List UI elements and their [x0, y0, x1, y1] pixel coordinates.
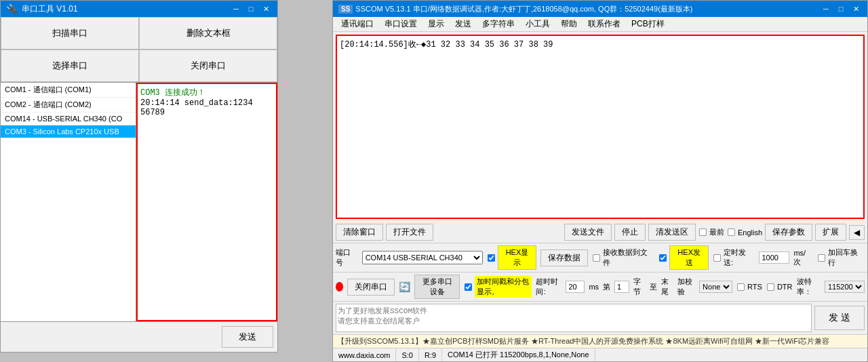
hex-send-button[interactable]: HEX发送	[669, 245, 709, 270]
com-list-item-selected[interactable]: COM3 - Silicon Labs CP210x USB	[1, 125, 136, 138]
right-close-button[interactable]: ✕	[850, 3, 862, 14]
send-area-row: 发 送	[333, 302, 867, 334]
left-window-title: 串口工具 V1.01	[22, 3, 78, 15]
baud-label: 波特率：	[797, 277, 821, 297]
timeout-label: 超时时间:	[536, 277, 561, 297]
left-send-button[interactable]: 发送	[222, 326, 273, 348]
more-ports-button[interactable]: 更多串口设备	[414, 275, 460, 299]
close-port-button[interactable]: 关闭串口	[139, 49, 277, 82]
dtr-checkbox[interactable]	[767, 283, 774, 290]
hex-send-checkbox[interactable]	[659, 254, 667, 261]
baud-select[interactable]: 115200	[825, 281, 865, 293]
status-port-info: COM14 已打开 115200bps,8,1,None,None	[442, 348, 595, 361]
open-file-button[interactable]: 打开文件	[386, 224, 433, 241]
save-params-button[interactable]: 保存参数	[765, 224, 812, 241]
toolbar-row-3: 关闭串口 🔄 更多串口设备 加时间戳和分包显示, 超时时间: 20 ms 第 1…	[333, 273, 867, 302]
left-close-button[interactable]: ✕	[260, 3, 272, 14]
menu-pcb[interactable]: PCB打样	[626, 17, 670, 31]
byte-num-input[interactable]: 1	[614, 281, 629, 293]
send-textarea[interactable]	[336, 304, 812, 332]
start-label: 至	[650, 282, 657, 292]
last-checkbox[interactable]	[699, 228, 707, 236]
menu-tools[interactable]: 小工具	[520, 17, 555, 31]
menu-comm-port[interactable]: 通讯端口	[336, 17, 379, 31]
timed-value-input[interactable]: 1000	[759, 252, 789, 264]
ad-bar: 【升级到SSCOM5.13.1】★嘉立创PCB打样SMD贴片服务 ★RT-Thr…	[333, 334, 867, 348]
clear-text-button[interactable]: 删除文本框	[139, 17, 277, 49]
status-r-value: R:9	[419, 348, 442, 361]
clear-window-button[interactable]: 清除窗口	[336, 224, 383, 241]
com-list-item[interactable]: COM14 - USB-SERIAL CH340 (CO	[1, 113, 136, 125]
send-button[interactable]: 发 送	[814, 306, 865, 330]
menu-bar: 通讯端口 串口设置 显示 发送 多字符串 小工具 帮助 联系作者 PCB打样	[333, 17, 867, 32]
com-list-item[interactable]: COM2 - 通信端口 (COM2)	[1, 98, 136, 113]
close-port-button-right[interactable]: 关闭串口	[347, 279, 395, 296]
end-label: 末尾	[661, 277, 673, 297]
clear-send-button[interactable]: 清发送区	[648, 224, 696, 241]
right-window: SS SSCOM V5.13.1 串口/网络数据调试器,作者:大虾丁丁,2618…	[332, 0, 868, 362]
right-minimize-button[interactable]: ─	[820, 3, 832, 14]
refresh-icon: 🔄	[399, 281, 410, 292]
loop-label: 加回车换行	[828, 247, 865, 268]
hex-display-button[interactable]: HEX显示	[498, 245, 537, 270]
timed-send-checkbox[interactable]	[713, 254, 721, 261]
send-file-button[interactable]: 发送文件	[564, 224, 612, 241]
left-titlebar-controls: ─ □ ✕	[230, 3, 272, 14]
checksum-select[interactable]: None	[699, 281, 732, 293]
menu-port-settings[interactable]: 串口设置	[379, 17, 422, 31]
status-bar: www.daxia.com S:0 R:9 COM14 已打开 115200bp…	[333, 348, 867, 361]
receive-to-file-group: 接收数据到文件	[592, 247, 654, 268]
save-data-button[interactable]: 保存数据	[540, 249, 588, 266]
timed-send-label: 定时发送:	[724, 247, 755, 268]
left-window-icon: 🔌	[6, 3, 18, 14]
rts-checkbox[interactable]	[737, 283, 745, 290]
menu-send[interactable]: 发送	[450, 17, 477, 31]
receive-to-file-label: 接收数据到文件	[603, 247, 654, 268]
right-titlebar-controls: ─ □ ✕	[820, 3, 862, 14]
left-footer: 发送	[1, 321, 277, 352]
hex-display-group: HEX显示	[487, 245, 537, 270]
left-button-grid: 扫描串口 删除文本框 选择串口 关闭串口	[1, 17, 277, 83]
timed-send-group: 定时发送:	[713, 247, 755, 268]
hex-send-group: HEX发送	[658, 245, 709, 270]
port-number-label: 端口号	[336, 247, 358, 268]
left-minimize-button[interactable]: ─	[230, 3, 242, 14]
com-output-area: COM3 连接成功！ 20:14:14 send_data:1234 56789	[136, 83, 277, 321]
right-title-group: SS SSCOM V5.13.1 串口/网络数据调试器,作者:大虾丁丁,2618…	[338, 4, 693, 14]
toolbar-row-2: 端口号 COM14 USB-SERIAL CH340 HEX显示 保存数据 接收…	[333, 243, 867, 273]
menu-multistring[interactable]: 多字符串	[477, 17, 520, 31]
scan-port-button[interactable]: 扫描串口	[1, 17, 139, 49]
timeout-value-input[interactable]: 20	[566, 281, 585, 293]
byte-unit-label: 字节	[633, 277, 646, 297]
menu-contact[interactable]: 联系作者	[583, 17, 626, 31]
status-s-value: S:0	[396, 348, 419, 361]
right-titlebar: SS SSCOM V5.13.1 串口/网络数据调试器,作者:大虾丁丁,2618…	[333, 1, 867, 17]
receive-area: [20:14:14.556]收←◆31 32 33 34 35 36 37 38…	[336, 35, 865, 219]
loop-checkbox[interactable]	[818, 254, 825, 261]
toolbar-row-1: 清除窗口 打开文件 发送文件 停止 清发送区 最前 English 保存参数 扩…	[333, 222, 867, 243]
last-checkbox-group: 最前	[698, 227, 724, 237]
led-indicator	[336, 282, 343, 291]
hex-display-checkbox[interactable]	[488, 254, 495, 261]
shrink-button[interactable]: ◀	[849, 225, 865, 240]
english-checkbox[interactable]	[728, 228, 735, 236]
add-timestamp-checkbox[interactable]	[465, 283, 472, 290]
output-line-3: 56789	[140, 108, 273, 117]
checksum-label: 加校验	[677, 277, 696, 297]
receive-to-file-checkbox[interactable]	[593, 254, 600, 261]
ad-text: 【升级到SSCOM5.13.1】★嘉立创PCB打样SMD贴片服务 ★RT-Thr…	[337, 337, 829, 345]
menu-display[interactable]: 显示	[422, 17, 450, 31]
stop-button[interactable]: 停止	[614, 224, 646, 241]
dtr-label: DTR	[777, 283, 793, 291]
menu-help[interactable]: 帮助	[555, 17, 583, 31]
right-maximize-button[interactable]: □	[835, 3, 847, 14]
expand-button[interactable]: 扩展	[815, 224, 846, 241]
left-titlebar: 🔌 串口工具 V1.01 ─ □ ✕	[1, 1, 277, 17]
select-port-button[interactable]: 选择串口	[1, 49, 139, 82]
rts-label: RTS	[747, 283, 762, 291]
left-title-group: 🔌 串口工具 V1.01	[6, 3, 78, 15]
port-select[interactable]: COM14 USB-SERIAL CH340	[362, 251, 483, 264]
left-maximize-button[interactable]: □	[245, 3, 257, 14]
ms2-label: ms	[589, 283, 599, 291]
com-list-item[interactable]: COM1 - 通信端口 (COM1)	[1, 83, 136, 98]
